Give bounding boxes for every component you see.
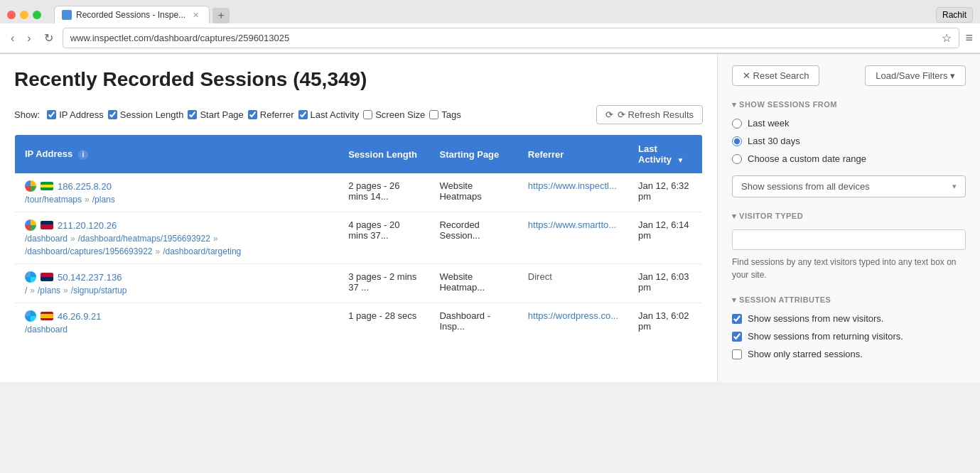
tab-close-btn[interactable]: ✕: [193, 11, 199, 20]
load-save-filters-button[interactable]: Load/Save Filters ▾: [865, 65, 966, 86]
returning-visitors-label: Show sessions from returning visitors.: [748, 331, 903, 342]
cell-start-page: Website Heatmap...: [429, 264, 517, 303]
new-visitors-checkbox[interactable]: [732, 314, 742, 324]
table-row[interactable]: 211.20.120.26/dashboard » /dashboard/hea…: [15, 212, 703, 264]
startpage-checkbox-input[interactable]: [188, 110, 197, 119]
cell-referrer: https://wordpress.co...: [518, 303, 628, 342]
table-row[interactable]: 50.142.237.136/ » /plans » /signup/start…: [15, 264, 703, 303]
ip-checkbox-input[interactable]: [47, 110, 56, 119]
table-row[interactable]: 46.26.9.21/dashboard1 page - 28 secsDash…: [15, 303, 703, 342]
checkbox-new-visitors[interactable]: Show sessions from new visitors.: [732, 313, 966, 324]
show-ip-checkbox[interactable]: IP Address: [47, 109, 104, 120]
radio-custom-date[interactable]: Choose a custom date range: [732, 153, 966, 164]
breadcrumb-link[interactable]: /: [25, 286, 27, 295]
radio-last-30-days-input[interactable]: [732, 136, 742, 146]
address-bar[interactable]: www.inspectlet.com/dashboard/captures/25…: [63, 28, 960, 48]
show-referrer-checkbox[interactable]: Referrer: [248, 109, 294, 120]
new-tab-button[interactable]: +: [212, 8, 230, 23]
menu-button[interactable]: ≡: [965, 31, 973, 45]
user-badge: Rachit: [936, 7, 973, 23]
radio-custom-date-label: Choose a custom date range: [748, 153, 866, 164]
returning-visitors-checkbox[interactable]: [732, 332, 742, 342]
maximize-window-btn[interactable]: [33, 11, 41, 19]
show-sessions-header-text: ▾ SHOW SESSIONS FROM: [732, 100, 837, 109]
radio-last-week-input[interactable]: [732, 119, 742, 129]
browser-toolbar: ‹ › ↻ www.inspectlet.com/dashboard/captu…: [0, 23, 980, 53]
cell-start-page: Website Heatmaps: [429, 173, 517, 212]
breadcrumb-link[interactable]: /dashboard: [25, 325, 68, 335]
cell-ip: 211.20.120.26/dashboard » /dashboard/hea…: [15, 212, 339, 264]
show-screensize-checkbox[interactable]: Screen Size: [363, 109, 425, 120]
breadcrumb-link[interactable]: /tour/heatmaps: [25, 195, 82, 205]
starred-sessions-label: Show only starred sessions.: [748, 349, 863, 359]
table-row[interactable]: 186.225.8.20/tour/heatmaps » /plans2 pag…: [15, 173, 703, 212]
device-dropdown-label: Show sessions from all devices: [741, 181, 870, 192]
ip-address-link[interactable]: 46.26.9.21: [58, 311, 101, 322]
close-window-btn[interactable]: [7, 11, 16, 19]
country-flag: [41, 182, 53, 190]
checkbox-starred-sessions[interactable]: Show only starred sessions.: [732, 349, 966, 359]
radio-last-week[interactable]: Last week: [732, 118, 966, 129]
tab-bar: Recorded Sessions - Inspe... ✕ +: [54, 6, 230, 23]
refresh-icon: ⟳: [605, 109, 613, 120]
startpage-checkbox-label: Start Page: [200, 109, 243, 120]
refresh-label: ⟳ Refresh Results: [618, 109, 694, 120]
ip-address-link[interactable]: 211.20.120.26: [58, 220, 117, 231]
cell-ip: 50.142.237.136/ » /plans » /signup/start…: [15, 264, 339, 303]
show-sessions-section-header: ▾ SHOW SESSIONS FROM: [732, 100, 966, 109]
browser-icon: [25, 180, 36, 192]
screensize-checkbox-input[interactable]: [363, 110, 372, 119]
breadcrumb-separator: »: [213, 234, 218, 244]
radio-last-30-days[interactable]: Last 30 days: [732, 136, 966, 146]
bookmark-star[interactable]: ☆: [942, 31, 952, 45]
show-activity-checkbox[interactable]: Last Activity: [298, 109, 360, 120]
cell-last-activity: Jan 13, 6:02 pm: [628, 303, 703, 342]
ip-address-link[interactable]: 186.225.8.20: [58, 181, 112, 192]
reset-search-button[interactable]: ✕ Reset Search: [732, 65, 819, 86]
th-ip: IP Address i: [15, 135, 339, 174]
forward-button[interactable]: ›: [23, 31, 34, 46]
ip-address-link[interactable]: 50.142.237.136: [58, 272, 122, 283]
referrer-link[interactable]: https://www.inspectl...: [528, 180, 617, 191]
referrer-checkbox-input[interactable]: [248, 110, 257, 119]
cell-start-page: Recorded Session...: [429, 212, 517, 264]
country-flag: [41, 273, 53, 281]
breadcrumb-link[interactable]: /signup/startup: [71, 286, 127, 295]
active-tab[interactable]: Recorded Sessions - Inspe... ✕: [54, 6, 210, 23]
session-checkbox-input[interactable]: [108, 110, 117, 119]
show-sessions-radio-group: Last week Last 30 days Choose a custom d…: [732, 118, 966, 164]
cell-ip: 46.26.9.21/dashboard: [15, 303, 339, 342]
breadcrumb-link[interactable]: /dashboard/captures/1956693922: [25, 246, 152, 256]
session-attributes-header-text: ▾ SESSION ATTRIBUTES: [732, 295, 831, 305]
breadcrumb-link[interactable]: /dashboard/targeting: [163, 246, 241, 256]
tags-checkbox-input[interactable]: [429, 110, 438, 119]
show-startpage-checkbox[interactable]: Start Page: [188, 109, 243, 120]
cell-last-activity: Jan 12, 6:32 pm: [628, 173, 703, 212]
breadcrumb-separator: »: [30, 286, 35, 295]
minimize-window-btn[interactable]: [20, 11, 28, 19]
breadcrumb: /dashboard » /dashboard/heatmaps/1956693…: [25, 234, 328, 256]
visitor-typed-input[interactable]: [732, 229, 966, 250]
breadcrumb: /dashboard: [25, 325, 328, 335]
radio-custom-date-input[interactable]: [732, 154, 742, 164]
breadcrumb-link[interactable]: /plans: [92, 195, 115, 205]
back-button[interactable]: ‹: [7, 31, 18, 46]
reload-button[interactable]: ↻: [41, 30, 57, 46]
sidebar-top-buttons: ✕ Reset Search Load/Save Filters ▾: [732, 65, 966, 86]
show-session-checkbox[interactable]: Session Length: [108, 109, 184, 120]
referrer-link[interactable]: https://wordpress.co...: [528, 310, 618, 321]
device-dropdown[interactable]: Show sessions from all devices ▾: [732, 175, 966, 197]
visitor-typed-description: Find sessions by any text visitors typed…: [732, 256, 966, 281]
country-flag: [41, 221, 53, 229]
refresh-results-button[interactable]: ⟳ ⟳ Refresh Results: [596, 105, 703, 124]
checkbox-returning-visitors[interactable]: Show sessions from returning visitors.: [732, 331, 966, 342]
referrer-link[interactable]: https://www.smartto...: [528, 219, 616, 230]
cell-referrer: https://www.inspectl...: [518, 173, 628, 212]
breadcrumb-link[interactable]: /dashboard/heatmaps/1956693922: [78, 234, 210, 244]
breadcrumb-link[interactable]: /dashboard: [25, 234, 68, 244]
starred-sessions-checkbox[interactable]: [732, 349, 742, 359]
ip-info-icon[interactable]: i: [78, 150, 88, 160]
breadcrumb-link[interactable]: /plans: [38, 286, 60, 295]
show-tags-checkbox[interactable]: Tags: [429, 109, 461, 120]
activity-checkbox-input[interactable]: [298, 110, 308, 119]
